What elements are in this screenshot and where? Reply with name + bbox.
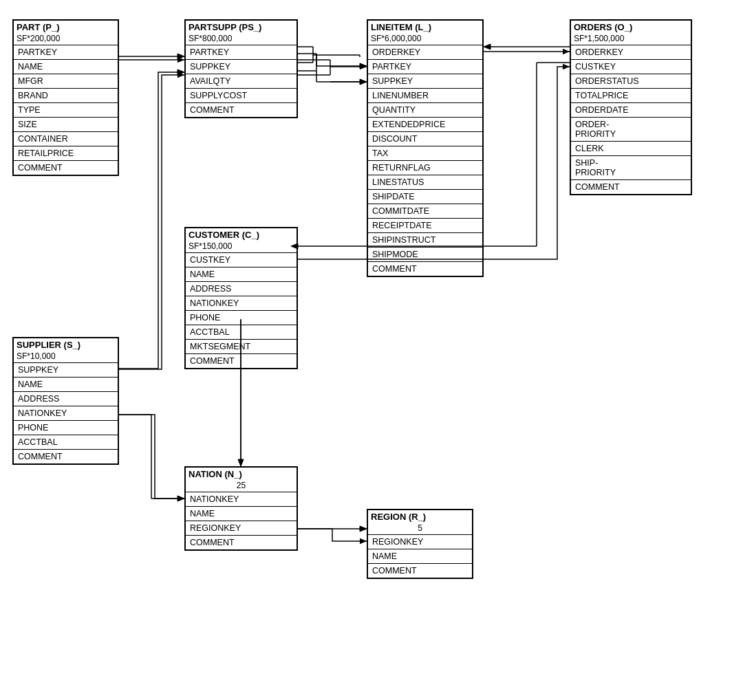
nation-field-comment: COMMENT — [186, 535, 297, 549]
lineitem-field-comment: COMMENT — [368, 261, 482, 276]
nation-field-nationkey: NATIONKEY — [186, 492, 297, 506]
supplier-field-comment: COMMENT — [14, 449, 118, 463]
lineitem-field-shipmode: SHIPMODE — [368, 247, 482, 261]
supplier-field-nationkey: NATIONKEY — [14, 406, 118, 420]
orders-field-orderpriority: ORDER-PRIORITY — [571, 117, 691, 141]
supplier-title: SUPPLIER (S_) — [14, 338, 118, 351]
customer-field-phone: PHONE — [186, 310, 297, 325]
orders-subtitle: SF*1,500,000 — [571, 34, 691, 45]
customer-field-address: ADDRESS — [186, 281, 297, 296]
part-field-name: NAME — [14, 59, 118, 74]
nation-subtitle: 25 — [186, 481, 297, 492]
nation-field-regionkey: REGIONKEY — [186, 521, 297, 535]
part-subtitle: SF*200,000 — [14, 34, 118, 45]
lineitem-field-shipdate: SHIPDATE — [368, 189, 482, 204]
partsupp-field-availqty: AVAILQTY — [186, 74, 297, 88]
svg-marker-19 — [484, 44, 491, 50]
partsupp-field-partkey: PARTKEY — [186, 45, 297, 59]
lineitem-table: LINEITEM (L_) SF*6,000,000 ORDERKEY PART… — [367, 19, 484, 277]
region-field-comment: COMMENT — [368, 563, 472, 578]
orders-field-orderdate: ORDERDATE — [571, 102, 691, 117]
supplier-field-suppkey: SUPPKEY — [14, 362, 118, 377]
supplier-table: SUPPLIER (S_) SF*10,000 SUPPKEY NAME ADD… — [12, 337, 119, 465]
customer-field-nationkey: NATIONKEY — [186, 296, 297, 310]
lineitem-subtitle: SF*6,000,000 — [368, 34, 482, 45]
lineitem-field-orderkey: ORDERKEY — [368, 45, 482, 59]
part-field-type: TYPE — [14, 102, 118, 117]
part-field-comment: COMMENT — [14, 160, 118, 175]
svg-marker-17 — [360, 79, 367, 85]
svg-marker-25 — [238, 459, 244, 466]
customer-field-name: NAME — [186, 267, 297, 281]
region-field-regionkey: REGIONKEY — [368, 534, 472, 549]
region-title: REGION (R_) — [368, 510, 472, 523]
lineitem-field-suppkey: SUPPKEY — [368, 74, 482, 88]
partsupp-title: PARTSUPP (PS_) — [186, 21, 297, 34]
customer-field-mktsegment: MKTSEGMENT — [186, 339, 297, 353]
supplier-field-phone: PHONE — [14, 420, 118, 435]
lineitem-field-extendedprice: EXTENDEDPRICE — [368, 117, 482, 131]
lineitem-field-linestatus: LINESTATUS — [368, 175, 482, 189]
lineitem-field-linenumber: LINENUMBER — [368, 88, 482, 102]
nation-field-name: NAME — [186, 506, 297, 521]
region-table: REGION (R_) 5 REGIONKEY NAME COMMENT — [367, 509, 473, 579]
region-subtitle: 5 — [368, 523, 472, 534]
lineitem-field-returnflag: RETURNFLAG — [368, 160, 482, 175]
customer-field-comment: COMMENT — [186, 353, 297, 368]
part-field-partkey: PARTKEY — [14, 45, 118, 59]
partsupp-field-suppkey: SUPPKEY — [186, 59, 297, 74]
lineitem-field-tax: TAX — [368, 146, 482, 160]
part-table: PART (P_) SF*200,000 PARTKEY NAME MFGR B… — [12, 19, 119, 176]
orders-field-orderstatus: ORDERSTATUS — [571, 74, 691, 88]
customer-title: CUSTOMER (C_) — [186, 228, 297, 241]
orders-field-clerk: CLERK — [571, 141, 691, 155]
supplier-field-acctbal: ACCTBAL — [14, 435, 118, 449]
orders-field-custkey: CUSTKEY — [571, 59, 691, 74]
partsupp-field-supplycost: SUPPLYCOST — [186, 88, 297, 102]
orders-field-comment: COMMENT — [571, 179, 691, 194]
svg-marker-1 — [177, 54, 184, 59]
part-field-brand: BRAND — [14, 88, 118, 102]
orders-field-shippriority: SHIP-PRIORITY — [571, 155, 691, 179]
lineitem-title: LINEITEM (L_) — [368, 21, 482, 34]
lineitem-field-shipinstruct: SHIPINSTRUCT — [368, 232, 482, 247]
part-field-mfgr: MFGR — [14, 74, 118, 88]
orders-field-totalprice: TOTALPRICE — [571, 88, 691, 102]
customer-table: CUSTOMER (C_) SF*150,000 CUSTKEY NAME AD… — [184, 227, 298, 369]
svg-marker-29 — [177, 496, 184, 501]
supplier-field-address: ADDRESS — [14, 391, 118, 406]
lineitem-field-commitdate: COMMITDATE — [368, 204, 482, 218]
customer-field-acctbal: ACCTBAL — [186, 325, 297, 339]
lineitem-field-quantity: QUANTITY — [368, 102, 482, 117]
partsupp-subtitle: SF*800,000 — [186, 34, 297, 45]
region-field-name: NAME — [368, 549, 472, 563]
customer-subtitle: SF*150,000 — [186, 241, 297, 252]
svg-marker-14 — [360, 63, 367, 69]
part-field-size: SIZE — [14, 117, 118, 131]
part-title: PART (P_) — [14, 21, 118, 34]
partsupp-field-comment: COMMENT — [186, 102, 297, 117]
lineitem-field-partkey: PARTKEY — [368, 59, 482, 74]
svg-marker-31 — [360, 526, 367, 532]
part-field-retailprice: RETAILPRICE — [14, 146, 118, 160]
partsupp-table: PARTSUPP (PS_) SF*800,000 PARTKEY SUPPKE… — [184, 19, 298, 118]
nation-table: NATION (N_) 25 NATIONKEY NAME REGIONKEY … — [184, 466, 298, 551]
svg-marker-2 — [177, 69, 184, 75]
supplier-field-name: NAME — [14, 377, 118, 391]
lineitem-field-receiptdate: RECEIPTDATE — [368, 218, 482, 232]
supplier-subtitle: SF*10,000 — [14, 351, 118, 362]
lineitem-field-discount: DISCOUNT — [368, 131, 482, 146]
customer-field-custkey: CUSTKEY — [186, 252, 297, 267]
orders-field-orderkey: ORDERKEY — [571, 45, 691, 59]
orders-title: ORDERS (O_) — [571, 21, 691, 34]
nation-title: NATION (N_) — [186, 468, 297, 481]
part-field-container: CONTAINER — [14, 131, 118, 146]
orders-table: ORDERS (O_) SF*1,500,000 ORDERKEY CUSTKE… — [570, 19, 692, 195]
